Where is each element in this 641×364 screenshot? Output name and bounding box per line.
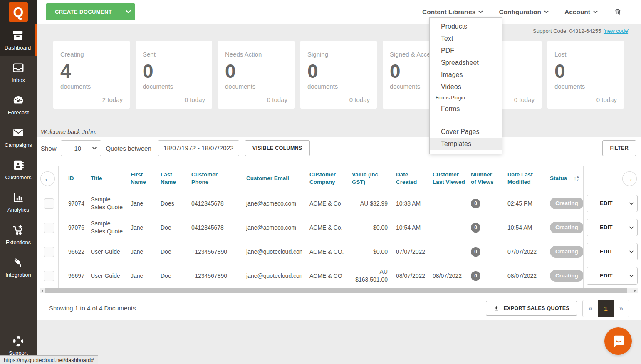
chevron-down-icon[interactable]	[626, 195, 637, 212]
pagination-prev-button[interactable]: «	[583, 300, 598, 317]
cell-last: Does	[155, 200, 184, 208]
download-icon	[493, 305, 500, 312]
stat-card-needs-action[interactable]: Needs Action0documents0 today	[218, 41, 295, 109]
sidebar-item-customers[interactable]: Customers	[0, 154, 37, 186]
sidebar-item-inbox[interactable]: Inbox	[0, 56, 37, 89]
row-checkbox[interactable]	[44, 198, 54, 209]
sidebar-item-integration[interactable]: Integration	[0, 251, 37, 283]
col-header-first-name[interactable]: First Name	[126, 171, 155, 186]
edit-button[interactable]: EDIT	[587, 267, 638, 285]
cell-modified: 07/07/2022	[496, 248, 541, 256]
stat-card-value: 0	[143, 61, 205, 82]
menu-configuration[interactable]: Configuration	[499, 8, 549, 16]
col-header-customer-company[interactable]: Customer Company	[302, 171, 348, 186]
sidebar-item-extentions[interactable]: Extentions	[0, 218, 37, 251]
col-header-customer-last-viewed[interactable]: Customer Last Viewed	[428, 171, 465, 186]
support-code-label: Support Code: 04312-64255	[533, 28, 601, 34]
sidebar-item-forecast[interactable]: Forecast	[0, 89, 37, 121]
stat-card-today: 0 today	[185, 96, 205, 103]
cell-last: Doe	[155, 272, 184, 280]
new-code-link[interactable]: [new code]	[603, 28, 629, 34]
row-checkbox[interactable]	[44, 247, 54, 257]
scrollbar-track[interactable]	[45, 288, 633, 293]
stat-card-lost[interactable]: Lost0documents0 today	[547, 41, 624, 109]
scroll-right-button[interactable]: →	[622, 171, 637, 186]
status-badge: Creating	[550, 246, 583, 258]
col-header-date-last-modified[interactable]: Date Last Modified	[496, 171, 541, 186]
menu-item-images[interactable]: Images	[430, 69, 502, 81]
row-actions-cell: EDIT	[583, 267, 638, 285]
page-size-select[interactable]: 10	[61, 140, 101, 156]
chat-widget-button[interactable]	[604, 327, 632, 355]
sidebar-item-analytics[interactable]: Analytics	[0, 186, 37, 218]
date-range-input[interactable]	[158, 140, 239, 156]
col-header-id[interactable]: ID	[58, 175, 84, 182]
menu-label: Account	[564, 8, 590, 16]
scroll-left-button[interactable]: ←	[40, 171, 55, 186]
edit-button-label[interactable]: EDIT	[587, 195, 626, 212]
edit-button-label[interactable]: EDIT	[587, 243, 626, 260]
menu-item-templates[interactable]: Templates	[430, 138, 502, 150]
chevron-down-icon[interactable]	[121, 3, 135, 20]
cell-title: Sample Sales Quote	[84, 220, 126, 235]
menu-item-cover-pages[interactable]: Cover Pages	[430, 126, 502, 138]
table-grid: IDTitleFirst NameLast NameCustomer Phone…	[40, 166, 638, 288]
cell-email: jane@acmeco.com	[232, 200, 302, 208]
cell-created: 07/07/2022	[389, 248, 428, 256]
stat-card-signing[interactable]: Signing0documents0 today	[300, 41, 377, 109]
edit-button-label[interactable]: EDIT	[587, 267, 626, 284]
create-document-button[interactable]: CREATE DOCUMENT	[46, 3, 135, 20]
menu-account[interactable]: Account	[564, 8, 598, 16]
filter-button[interactable]: FILTER	[602, 140, 636, 156]
edit-button[interactable]: EDIT	[587, 195, 638, 212]
chevron-down-icon[interactable]	[626, 243, 637, 260]
row-checkbox[interactable]	[44, 271, 54, 281]
create-document-label: CREATE DOCUMENT	[46, 3, 121, 20]
menu-item-products[interactable]: Products	[430, 20, 502, 32]
cell-phone: 0412345678	[184, 224, 232, 232]
logo-block[interactable]: Q	[0, 0, 37, 24]
col-header-date-created[interactable]: Date Created	[389, 171, 428, 186]
menu-item-forms[interactable]: Forms	[430, 103, 502, 115]
pagination-page-1[interactable]: 1	[598, 300, 614, 317]
menu-item-spreadsheet[interactable]: Spreadsheet	[430, 57, 502, 69]
scrollbar-left-arrow[interactable]	[40, 288, 45, 293]
inbox-tray-icon	[12, 62, 25, 74]
edit-button[interactable]: EDIT	[587, 243, 638, 260]
export-sales-quotes-button[interactable]: EXPORT SALES QUOTES	[486, 301, 577, 316]
scrollbar-thumb[interactable]	[45, 288, 627, 293]
sort-az-icon[interactable]: ↑AZ	[574, 175, 579, 182]
col-header-customer-phone[interactable]: Customer Phone	[184, 171, 232, 186]
col-header-value-inc-gst[interactable]: Value (inc GST)	[348, 171, 389, 186]
stat-card-unit: documents	[143, 83, 205, 90]
row-checkbox[interactable]	[44, 223, 54, 233]
support-code: Support Code: 04312-64255[new code]	[533, 28, 629, 34]
chat-bubble-icon	[610, 333, 626, 349]
menu-content-libraries[interactable]: Content Libraries	[422, 8, 483, 16]
col-header-title[interactable]: Title	[84, 175, 126, 182]
right-arrow-icon: →	[626, 175, 633, 183]
pagination-next-button[interactable]: »	[614, 300, 629, 317]
stat-card-creating[interactable]: Creating4documents2 today	[53, 41, 130, 109]
menu-item-videos[interactable]: Videos	[430, 81, 502, 93]
edit-button-label[interactable]: EDIT	[587, 219, 626, 236]
col-header-status[interactable]: Status↑AZ	[541, 175, 583, 182]
stat-card-sent[interactable]: Sent0documents0 today	[136, 41, 212, 109]
horizontal-scrollbar[interactable]	[40, 288, 638, 293]
chevron-down-icon[interactable]	[626, 219, 637, 236]
menu-item-pdf[interactable]: PDF	[430, 45, 502, 57]
menu-item-text[interactable]: Text	[430, 32, 502, 45]
chevron-down-icon[interactable]	[626, 267, 637, 284]
col-header-number-of-views[interactable]: Number of Views	[465, 171, 496, 186]
cell-id: 96697	[58, 272, 84, 280]
visible-columns-button[interactable]: VISIBLE COLUMNS	[245, 140, 310, 156]
left-arrow-icon: ←	[44, 175, 51, 183]
sidebar-item-dashboard[interactable]: Dashboard	[0, 24, 37, 56]
trash-icon[interactable]	[614, 7, 622, 17]
edit-button[interactable]: EDIT	[587, 219, 638, 236]
col-header-customer-email[interactable]: Customer Email	[232, 175, 302, 182]
col-header-last-name[interactable]: Last Name	[155, 171, 184, 186]
scrollbar-right-arrow[interactable]	[633, 288, 638, 293]
sidebar-item-campaigns[interactable]: Campaigns	[0, 121, 37, 154]
archive-box-icon	[12, 29, 24, 42]
